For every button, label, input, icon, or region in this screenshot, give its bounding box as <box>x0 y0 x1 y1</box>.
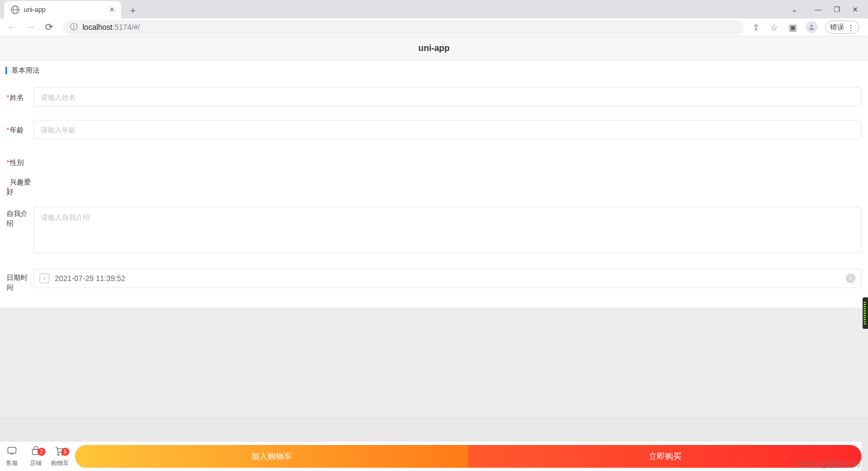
form-row-name: *姓名 <box>7 81 861 113</box>
service-label: 客服 <box>6 459 18 467</box>
forward-button[interactable]: → <box>23 20 38 35</box>
datetime-value: 2021-07-29 11:39:52 <box>55 274 125 283</box>
browser-chrome: uni-app × + ⌄ — ❐ ✕ ← → ⟳ ⓘ localhost:51… <box>0 0 868 36</box>
form-row-age: *年龄 <box>7 113 861 146</box>
form-row-intro: 自我介绍 <box>7 200 861 262</box>
reload-button[interactable]: ⟳ <box>41 20 56 35</box>
goods-action-bar: 客服 2 店铺 5 购物车 加入购物车 立即购买 <box>0 442 861 471</box>
section-accent-bar <box>5 67 7 74</box>
globe-icon <box>11 5 20 14</box>
label-gender: *性别 <box>7 152 34 168</box>
app-header: uni-app <box>0 36 868 60</box>
clear-icon[interactable]: × <box>846 273 856 283</box>
shop-label: 店铺 <box>30 459 42 467</box>
tab-search-icon[interactable]: ⌄ <box>792 5 797 14</box>
app-body: 基本用法 *姓名 *年龄 *性别 *兴趣爱好 自我介绍 <box>0 60 868 308</box>
minimize-icon[interactable]: — <box>815 5 822 14</box>
url-input[interactable]: ⓘ localhost:5174/#/ <box>63 20 744 35</box>
label-age: *年龄 <box>7 120 34 135</box>
section-header: 基本用法 <box>0 60 868 81</box>
section-title-text: 基本用法 <box>11 66 40 75</box>
svg-rect-1 <box>8 447 16 453</box>
cart-label: 购物车 <box>51 459 69 467</box>
svg-point-2 <box>58 454 59 455</box>
form-row-gender: *性别 <box>7 146 861 174</box>
extension-error-pill[interactable]: 错误 ⋮ <box>825 21 859 34</box>
window-controls: ⌄ — ❐ ✕ <box>782 0 868 18</box>
name-input[interactable] <box>34 87 861 107</box>
tab-title: uni-app <box>24 6 105 14</box>
cart-icon-button[interactable]: 5 购物车 <box>48 445 72 467</box>
empty-region <box>0 308 868 417</box>
cart-badge: 5 <box>61 448 69 456</box>
tab-bar: uni-app × + ⌄ — ❐ ✕ <box>0 0 868 18</box>
new-tab-button[interactable]: + <box>125 3 141 18</box>
scroll-indicator[interactable] <box>863 297 868 329</box>
url-host: localhost <box>82 23 112 31</box>
reader-icon[interactable]: ▣ <box>787 22 798 33</box>
form-row-hobby: *兴趣爱好 <box>7 174 861 200</box>
browser-tab[interactable]: uni-app × <box>4 1 121 18</box>
bookmark-icon[interactable]: ☆ <box>769 22 780 33</box>
age-input[interactable] <box>34 120 861 139</box>
close-window-icon[interactable]: ✕ <box>852 5 858 14</box>
svg-point-0 <box>810 24 813 27</box>
shop-badge: 2 <box>37 448 46 456</box>
kebab-icon: ⋮ <box>847 23 854 31</box>
share-icon[interactable]: ⇪ <box>750 22 761 33</box>
label-name: *姓名 <box>7 87 34 103</box>
label-hobby: *兴趣爱好 <box>7 177 34 197</box>
site-info-icon[interactable]: ⓘ <box>69 23 78 31</box>
profile-avatar-icon[interactable] <box>806 21 818 33</box>
address-bar: ← → ⟳ ⓘ localhost:5174/#/ ⇪ ☆ ▣ 错误 ⋮ <box>0 18 868 36</box>
watermark: CSDN @故里2130 <box>797 460 860 470</box>
error-pill-label: 错误 <box>830 22 844 32</box>
label-datetime: 日期时间 <box>7 269 34 292</box>
url-port: :5174 <box>112 23 131 31</box>
chat-icon <box>7 445 17 458</box>
app-title: uni-app <box>418 43 450 53</box>
action-buttons: 加入购物车 立即购买 <box>75 445 861 468</box>
close-tab-icon[interactable]: × <box>110 5 114 14</box>
calendar-icon <box>40 273 49 283</box>
label-intro: 自我介绍 <box>7 207 34 228</box>
url-path: /#/ <box>131 23 140 31</box>
add-to-cart-button[interactable]: 加入购物车 <box>75 445 468 468</box>
action-icons: 客服 2 店铺 5 购物车 <box>0 442 72 471</box>
shop-button[interactable]: 2 店铺 <box>24 445 48 467</box>
back-button[interactable]: ← <box>4 20 20 35</box>
maximize-icon[interactable]: ❐ <box>834 5 840 14</box>
service-button[interactable]: 客服 <box>0 445 24 467</box>
intro-textarea[interactable] <box>34 207 861 253</box>
datetime-picker[interactable]: 2021-07-29 11:39:52 × <box>34 269 861 288</box>
form: *姓名 *年龄 *性别 *兴趣爱好 自我介绍 日期时间 <box>0 81 868 308</box>
form-row-datetime: 日期时间 2021-07-29 11:39:52 × <box>7 262 861 299</box>
toolbar-right: ⇪ ☆ ▣ 错误 ⋮ <box>750 21 864 34</box>
